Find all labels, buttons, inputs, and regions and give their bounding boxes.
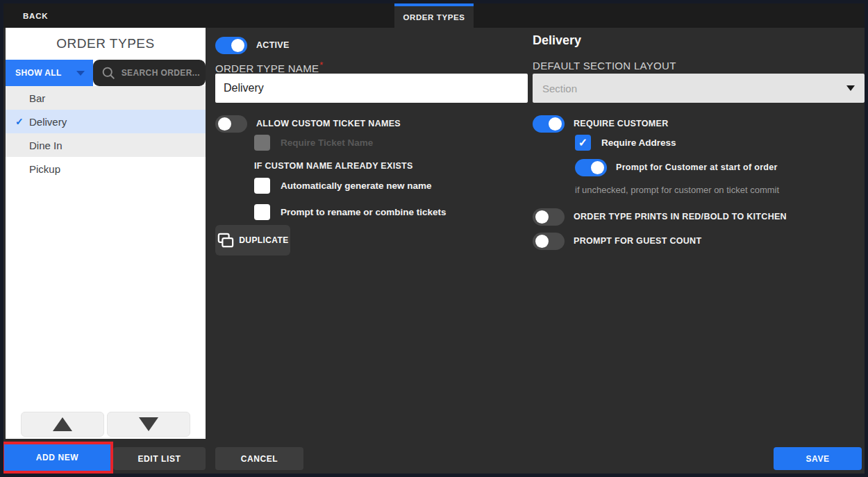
- cancel-button[interactable]: CANCEL: [215, 447, 303, 470]
- filter-row: SHOW ALL SEARCH ORDER...: [6, 60, 206, 86]
- move-up-button[interactable]: [21, 412, 104, 437]
- require-address-row: Require Address: [575, 134, 865, 151]
- down-arrow-icon: [139, 417, 158, 431]
- allow-custom-ticket-names-row: ALLOW CUSTOM TICKET NAMES: [215, 115, 528, 133]
- search-order-types-input[interactable]: SEARCH ORDER...: [93, 60, 206, 86]
- prompt-rename-combine-checkbox[interactable]: [254, 204, 270, 220]
- chevron-down-icon: [76, 71, 85, 76]
- require-customer-label: REQUIRE CUSTOMER: [574, 119, 669, 128]
- if-custom-name-exists-label: IF CUSTOM NAME ALREADY EXISTS: [254, 161, 528, 172]
- order-types-screen: BACK ORDER TYPES ORDER TYPES SHOW ALL SE…: [0, 0, 868, 477]
- require-customer-toggle[interactable]: [533, 115, 565, 133]
- active-toggle[interactable]: [215, 37, 247, 54]
- active-label: ACTIVE: [256, 40, 290, 50]
- prints-red-bold-toggle[interactable]: [533, 208, 565, 226]
- duplicate-button[interactable]: DUPLICATE: [215, 225, 290, 256]
- require-ticket-name-label: Require Ticket Name: [281, 137, 373, 148]
- list-item-pickup[interactable]: Pickup: [6, 157, 206, 181]
- active-row: ACTIVE: [215, 36, 528, 54]
- auto-generate-name-row: Automatically generate new name: [254, 177, 528, 194]
- list-item-dine-in[interactable]: Dine In: [6, 133, 206, 157]
- check-icon: [15, 116, 29, 127]
- panel-title: ORDER TYPES: [6, 28, 206, 60]
- search-icon: [101, 66, 116, 81]
- allow-custom-ticket-names-toggle[interactable]: [215, 115, 247, 133]
- duplicate-icon: [217, 232, 235, 249]
- prompt-customer-note: if unchecked, prompt for customer on tic…: [575, 185, 865, 196]
- edit-list-button[interactable]: EDIT LIST: [113, 447, 206, 470]
- guest-count-label: PROMPT FOR GUEST COUNT: [574, 236, 701, 246]
- tab-order-types[interactable]: ORDER TYPES: [394, 3, 474, 28]
- list-item-label: Bar: [29, 92, 45, 104]
- auto-generate-name-checkbox[interactable]: [254, 178, 270, 194]
- require-ticket-name-row: Require Ticket Name: [254, 134, 528, 151]
- show-all-label: SHOW ALL: [15, 68, 76, 78]
- default-section-layout-label: DEFAULT SECTION LAYOUT: [533, 60, 865, 72]
- details-heading: Delivery: [533, 33, 865, 49]
- section-layout-value: Section: [542, 83, 846, 94]
- list-item-delivery[interactable]: Delivery: [6, 110, 206, 133]
- prompt-customer-start-row: Prompt for Customer at start of order: [575, 158, 865, 176]
- order-type-name-label: ORDER TYPE NAME*: [215, 60, 528, 72]
- list-item-bar[interactable]: Bar: [6, 86, 206, 110]
- guest-count-toggle[interactable]: [533, 233, 565, 250]
- prompt-rename-combine-label: Prompt to rename or combine tickets: [281, 207, 446, 217]
- add-new-highlight: ADD NEW: [3, 442, 113, 474]
- up-arrow-icon: [53, 417, 72, 431]
- require-customer-row: REQUIRE CUSTOMER: [533, 115, 865, 133]
- move-down-button[interactable]: [107, 412, 190, 437]
- prints-red-bold-row: ORDER TYPE PRINTS IN RED/BOLD TO KITCHEN: [533, 208, 865, 226]
- show-all-dropdown[interactable]: SHOW ALL: [6, 60, 93, 86]
- back-button[interactable]: BACK: [23, 3, 48, 28]
- default-section-layout-select[interactable]: Section: [533, 74, 865, 103]
- guest-count-row: PROMPT FOR GUEST COUNT: [533, 232, 865, 250]
- prompt-customer-start-toggle[interactable]: [575, 159, 607, 176]
- require-address-checkbox[interactable]: [575, 135, 591, 151]
- required-marker: *: [319, 60, 323, 70]
- list-item-label: Delivery: [29, 116, 67, 128]
- order-type-list: Bar Delivery Dine In Pickup: [6, 86, 206, 181]
- duplicate-label: DUPLICATE: [239, 235, 288, 245]
- list-item-label: Dine In: [29, 140, 62, 151]
- app-window: BACK ORDER TYPES ORDER TYPES SHOW ALL SE…: [3, 3, 865, 474]
- add-new-button[interactable]: ADD NEW: [4, 444, 110, 471]
- order-type-form-column: ACTIVE ORDER TYPE NAME* ALLOW CUSTOM TIC…: [215, 36, 528, 256]
- order-types-list-panel: ORDER TYPES SHOW ALL SEARCH ORDER...: [6, 28, 206, 439]
- top-bar: BACK ORDER TYPES: [3, 3, 865, 28]
- require-address-label: Require Address: [601, 137, 676, 148]
- require-ticket-name-checkbox: [254, 135, 270, 151]
- order-type-details-column: Delivery DEFAULT SECTION LAYOUT Section …: [533, 33, 865, 250]
- list-item-label: Pickup: [29, 163, 60, 175]
- search-placeholder: SEARCH ORDER...: [122, 68, 200, 78]
- auto-generate-name-label: Automatically generate new name: [281, 181, 432, 191]
- prompt-customer-start-label: Prompt for Customer at start of order: [616, 162, 778, 172]
- reorder-arrows: [6, 412, 206, 437]
- chevron-down-icon: [846, 85, 855, 91]
- prompt-rename-combine-row: Prompt to rename or combine tickets: [254, 203, 528, 220]
- order-type-name-input[interactable]: [215, 74, 528, 103]
- save-button[interactable]: SAVE: [774, 447, 862, 470]
- prints-red-bold-label: ORDER TYPE PRINTS IN RED/BOLD TO KITCHEN: [574, 212, 787, 221]
- allow-custom-ticket-names-label: ALLOW CUSTOM TICKET NAMES: [256, 119, 401, 128]
